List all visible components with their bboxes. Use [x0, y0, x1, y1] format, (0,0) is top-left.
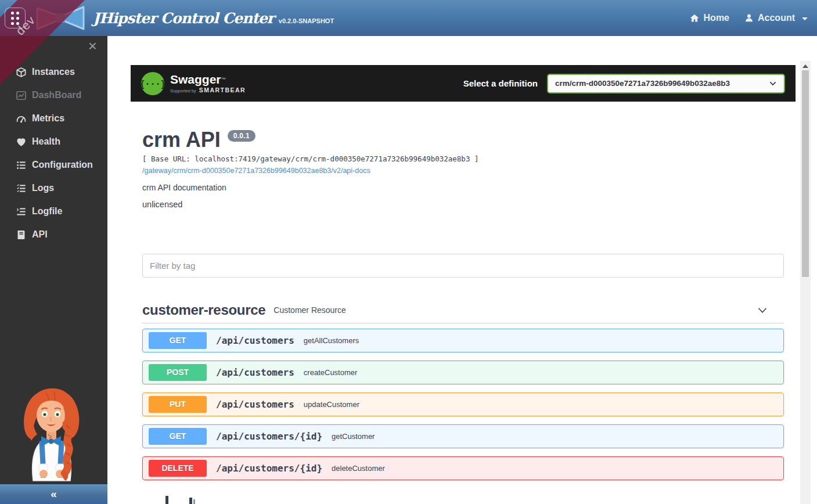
- sidebar-item[interactable]: Health: [0, 130, 107, 153]
- scrollbar[interactable]: [800, 61, 811, 504]
- operation-row[interactable]: PUT /api/customers updateCustomer: [142, 393, 784, 416]
- dashboard-icon: [16, 90, 27, 101]
- base-url: [ Base URL: localhost:7419/gateway/crm/c…: [142, 154, 784, 163]
- scrollbar-thumb[interactable]: [802, 70, 809, 277]
- api-license: unlicensed: [142, 200, 784, 209]
- sidebar-item-label: DashBoard: [32, 90, 81, 100]
- api-docs-link[interactable]: /gateway/crm/crm-d000350e7271a7326b99649…: [142, 167, 370, 175]
- chevron-down-icon: [756, 304, 769, 316]
- account-label: Account: [758, 13, 795, 23]
- app-version: v0.2.0-SNAPSHOT: [279, 17, 334, 24]
- swagger-logo: {···} Swagger™ Supported by SMARTBEAR: [141, 72, 246, 95]
- trademark-mark: ™: [221, 77, 226, 82]
- sidebar-menu: Instances DashBoard Metrics Health Confi…: [0, 60, 107, 246]
- close-icon[interactable]: ×: [88, 37, 97, 55]
- sidebar-item-label: API: [32, 229, 48, 240]
- sidebar-item-label: Health: [32, 136, 60, 147]
- api-title: crm API: [142, 129, 221, 151]
- brand: JHipster Control Center v0.2.0-SNAPSHOT: [34, 0, 334, 36]
- metrics-icon: [16, 113, 27, 124]
- top-navbar: JHipster Control Center v0.2.0-SNAPSHOT …: [0, 0, 817, 36]
- method-badge: POST: [149, 364, 207, 381]
- user-icon: [744, 13, 754, 23]
- app-title: JHipster Control Center: [93, 10, 274, 27]
- instances-icon: [16, 67, 27, 78]
- operation-summary: deleteCustomer: [332, 464, 385, 473]
- sidebar-item[interactable]: Logfile: [0, 200, 107, 223]
- api-info: crm API 0.0.1 [ Base URL: localhost:7419…: [142, 129, 784, 209]
- scrollbar-up-arrow[interactable]: [802, 64, 808, 68]
- jhipster-bowtie-logo-icon: [34, 3, 87, 33]
- home-label: Home: [704, 13, 729, 23]
- method-badge: PUT: [149, 396, 207, 413]
- operation-row[interactable]: DELETE /api/customers/{id} deleteCustome…: [142, 456, 784, 480]
- account-menu[interactable]: Account: [744, 13, 808, 23]
- swagger-logo-text: Swagger: [170, 73, 221, 86]
- sidebar-item-label: Configuration: [32, 160, 93, 170]
- sidebar-item-label: Metrics: [32, 113, 64, 124]
- main-content: {···} Swagger™ Supported by SMARTBEAR Se…: [107, 36, 817, 504]
- apps-grid-icon: [11, 12, 19, 25]
- sidebar-item[interactable]: Logs: [0, 177, 107, 200]
- operation-path: /api/customers: [216, 399, 294, 410]
- definition-select[interactable]: crm/crm-d000350e7271a7326b99649b032ae8b3: [547, 74, 785, 93]
- api-icon: [16, 229, 27, 240]
- sidebar-item-label: Logfile: [32, 206, 62, 217]
- chevron-down-icon: [769, 80, 777, 88]
- caret-down-icon: [802, 17, 808, 20]
- method-badge: GET: [149, 428, 207, 445]
- sidebar-item[interactable]: Configuration: [0, 153, 107, 177]
- operations-list: GET /api/customers getAllCustomers POST …: [142, 329, 784, 488]
- operation-row[interactable]: POST /api/customers createCustomer: [142, 361, 784, 384]
- section-toggle-customer-resource[interactable]: customer-resource Customer Resource: [142, 297, 784, 323]
- operation-summary: createCustomer: [304, 368, 357, 377]
- sidebar-item[interactable]: DashBoard: [0, 84, 107, 107]
- api-description: crm API documentation: [142, 183, 784, 192]
- smartbear-label: SMARTBEAR: [199, 87, 246, 93]
- sidebar-item-label: Logs: [32, 183, 54, 193]
- operation-summary: updateCustomer: [304, 400, 359, 409]
- operation-path: /api/customers: [216, 335, 294, 346]
- select-definition-label: Select a definition: [463, 78, 538, 88]
- operation-path: /api/customers: [216, 367, 294, 378]
- operation-summary: getCustomer: [332, 432, 375, 441]
- svg-text:{···}: {···}: [141, 79, 164, 89]
- api-version-badge: 0.0.1: [228, 130, 255, 142]
- sidebar-item[interactable]: Metrics: [0, 107, 107, 130]
- section-name: customer-resource: [142, 302, 265, 318]
- operation-path: /api/customers/{id}: [216, 463, 322, 474]
- method-badge: DELETE: [149, 460, 207, 477]
- home-icon: [689, 13, 700, 23]
- operation-path: /api/customers/{id}: [216, 431, 322, 442]
- swagger-logo-icon: {···}: [141, 72, 164, 95]
- collapse-icon: «: [51, 488, 57, 501]
- sidebar-collapse-button[interactable]: «: [0, 484, 107, 504]
- logfile-icon: [16, 206, 27, 217]
- section-description: Customer Resource: [273, 305, 346, 315]
- definition-select-value: crm/crm-d000350e7271a7326b99649b032ae8b3: [555, 79, 730, 88]
- sidebar-item[interactable]: Instances: [0, 60, 107, 84]
- operation-summary: getAllCustomers: [304, 336, 359, 345]
- method-badge: GET: [149, 332, 207, 349]
- apps-grid-button[interactable]: [5, 8, 26, 28]
- operation-row[interactable]: GET /api/customers getAllCustomers: [142, 329, 784, 352]
- sidebar-item[interactable]: API: [0, 223, 107, 246]
- sidebar: × Instances DashBoard Metrics Health: [0, 36, 107, 504]
- filter-by-tag-input[interactable]: [142, 254, 784, 278]
- operation-row[interactable]: GET /api/customers/{id} getCustomer: [142, 424, 784, 448]
- logs-icon: [16, 183, 27, 194]
- swagger-topbar: {···} Swagger™ Supported by SMARTBEAR Se…: [131, 65, 796, 102]
- supported-by-label: Supported by: [170, 88, 196, 93]
- sidebar-item-label: Instances: [32, 67, 75, 77]
- health-icon: [16, 136, 27, 147]
- jhipster-mascot-illustration: [10, 383, 93, 483]
- configuration-icon: [16, 160, 27, 171]
- home-link[interactable]: Home: [689, 13, 729, 23]
